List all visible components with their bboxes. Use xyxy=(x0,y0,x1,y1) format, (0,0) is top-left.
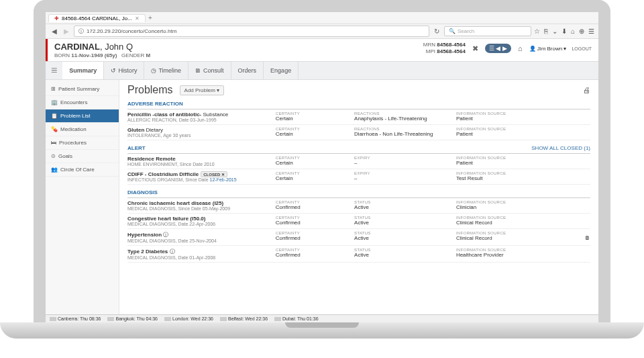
sidebar-icon: ⊙ xyxy=(51,153,56,159)
add-problem-button[interactable]: Add Problem ▾ xyxy=(180,85,224,95)
browser-toolbar-icons: ☆ ⎘ ⌄ ⬇ ⌂ ⊕ ☰ xyxy=(534,28,594,35)
close-patient-icon[interactable]: ✖ xyxy=(471,43,480,54)
search-icon: 🔍 xyxy=(449,28,455,34)
sidebar-item-procedures[interactable]: 🛏Procedures xyxy=(46,136,119,150)
download-icon[interactable]: ⬇ xyxy=(561,28,567,35)
table-row: Congestive heart failure (I50.0)MEDICAL … xyxy=(127,214,590,229)
status-bar: Canberra: Thu 08:36Bangkok: Thu 04:36Lon… xyxy=(46,314,598,322)
tab-orders[interactable]: Orders xyxy=(231,62,264,79)
star-icon[interactable]: ☆ xyxy=(534,28,540,35)
main-content: Problems Add Problem ▾ 🖨 ADVERSE REACTIO… xyxy=(119,80,598,314)
sidebar-item-circle-of-care[interactable]: 👥Circle Of Care xyxy=(46,163,119,177)
pocket-icon[interactable]: ⌄ xyxy=(552,28,557,35)
close-tab-icon[interactable]: ✕ xyxy=(135,15,140,21)
sidebar: ⊞Patient Summary🏢Encounters📋Problem List… xyxy=(46,80,119,314)
browser-tab[interactable]: ✚ 84568-4564 CARDINAL, Jo... ✕ xyxy=(48,14,146,22)
table-row: CDIFF - Clostridium DifficileCLOSED ✕INF… xyxy=(127,169,590,185)
tab-history[interactable]: ↺ History xyxy=(104,62,144,79)
menu-icon[interactable]: ☰ xyxy=(588,28,594,35)
patient-ids: MRN 84568-4564 MPI 84568-4564 xyxy=(423,42,466,56)
sidebar-icon: 💊 xyxy=(51,126,58,132)
section-header: DIAGNOSIS xyxy=(127,187,590,198)
tab-favicon: ✚ xyxy=(54,15,59,21)
user-label[interactable]: 👤 Jim Brown ▾ xyxy=(529,46,567,52)
sidebar-item-patient-summary[interactable]: ⊞Patient Summary xyxy=(46,83,119,96)
back-icon[interactable]: ◀ xyxy=(50,27,59,36)
print-icon[interactable]: 🖨 xyxy=(583,86,590,94)
sidebar-icon: 📋 xyxy=(51,113,58,119)
nav-menu-icon[interactable]: ≡ xyxy=(46,62,62,79)
new-tab-button[interactable]: + xyxy=(148,14,152,21)
table-row: Gluten DietaryINTOLERANCE, Age 30 yearsC… xyxy=(127,125,590,140)
tab-engage[interactable]: Engage xyxy=(264,62,299,79)
section-header: ADVERSE REACTION xyxy=(127,99,590,109)
sidebar-item-goals[interactable]: ⊙Goals xyxy=(46,150,119,163)
patient-name: CARDINAL, John Q xyxy=(54,42,150,52)
forward-icon: ▶ xyxy=(62,27,71,36)
sidebar-item-problem-list[interactable]: 📋Problem List xyxy=(46,109,119,123)
table-row: Hypertension ⓘMEDICAL DIAGNOSIS, Date 25… xyxy=(127,229,590,246)
sidebar-item-encounters[interactable]: 🏢Encounters xyxy=(46,96,119,109)
search-field[interactable]: 🔍Search xyxy=(444,26,531,36)
table-row: Penicillin -class of antibiotic- Substan… xyxy=(127,109,590,125)
address-bar: ◀ ▶ ⓘ172.20.29.220/concerto/Concerto.htm… xyxy=(46,24,598,39)
tab-consult[interactable]: 🗎 Consult xyxy=(189,62,231,79)
list-toggle[interactable]: ☰ ◀ ▶ xyxy=(485,44,511,53)
table-row: Chronic ischaemic heart disease (I25)MED… xyxy=(127,198,590,214)
show-all-link[interactable]: Show All Closed (1) xyxy=(531,145,590,151)
browser-tab-bar: ✚ 84568-4564 CARDINAL, Jo... ✕ + xyxy=(46,12,598,24)
home-icon[interactable]: ⌂ xyxy=(571,28,575,35)
sidebar-icon: 👥 xyxy=(51,167,58,173)
table-row: Type 2 Diabetes ⓘMEDICAL DIAGNOSIS, Date… xyxy=(127,246,590,263)
logout-button[interactable]: LOGOUT xyxy=(572,46,592,51)
sidebar-icon: 🏢 xyxy=(51,99,58,105)
reload-icon[interactable]: ↻ xyxy=(432,27,441,36)
home-patient-icon[interactable]: ⌂ xyxy=(517,43,524,54)
tab-timeline[interactable]: ◷ Timeline xyxy=(144,62,189,79)
page-title: Problems xyxy=(127,84,173,96)
status-clock: Dubai: Thu 01:36 xyxy=(274,316,319,321)
nav-tabs: ≡ Summary ↺ History ◷ Timeline 🗎 Consult… xyxy=(46,61,598,80)
table-row: Residence RemoteHOME ENVIRONMENT, Since … xyxy=(127,154,590,169)
sidebar-icon: ⊞ xyxy=(51,86,56,92)
status-clock: Canberra: Thu 08:36 xyxy=(50,316,101,321)
patient-header: CARDINAL, John Q BORN 11-Nov-1949 (65y) … xyxy=(46,39,598,61)
tab-title: 84568-4564 CARDINAL, Jo... xyxy=(62,15,132,21)
status-clock: Belfast: Wed 22:36 xyxy=(220,316,268,321)
reader-icon[interactable]: ⎘ xyxy=(544,28,548,35)
sidebar-item-medication[interactable]: 💊Medication xyxy=(46,123,119,136)
tab-summary[interactable]: Summary xyxy=(62,62,104,79)
url-field[interactable]: ⓘ172.20.29.220/concerto/Concerto.htm xyxy=(74,26,429,37)
sidebar-icon: 🛏 xyxy=(51,140,56,146)
status-clock: Bangkok: Thu 04:36 xyxy=(107,316,158,321)
sync-icon[interactable]: ⊕ xyxy=(579,28,584,35)
section-header: ALERTShow All Closed (1) xyxy=(127,143,590,154)
status-clock: London: Wed 22:36 xyxy=(164,316,213,321)
